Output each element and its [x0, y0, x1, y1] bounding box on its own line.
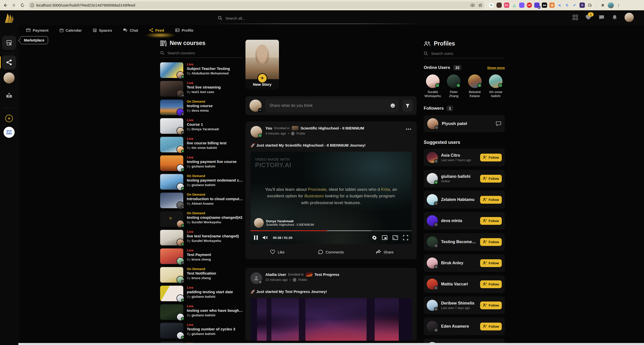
rail-user-avatar[interactable]: [4, 72, 15, 83]
extension-u-icon[interactable]: U: [580, 3, 585, 8]
likes-icon[interactable]: 1: [585, 14, 592, 21]
global-search-input[interactable]: [225, 16, 407, 21]
share-button[interactable]: Share: [358, 250, 412, 254]
notifications-bell-icon[interactable]: [611, 14, 618, 21]
follow-button[interactable]: Follow: [480, 301, 502, 309]
picture-in-picture-icon[interactable]: [382, 235, 387, 240]
courses-search[interactable]: [160, 51, 243, 58]
bookmark-star-icon[interactable]: [478, 3, 482, 7]
course-row[interactable]: Live Course 1 By Donya Yarahmadi: [160, 118, 243, 134]
extension-bird-icon[interactable]: ≼: [557, 3, 562, 8]
site-info-icon[interactable]: [30, 3, 34, 7]
follow-button[interactable]: Follow: [480, 280, 502, 288]
suggested-user-name[interactable]: Testing Become-a...: [441, 240, 477, 244]
show-more-link[interactable]: Show more: [487, 66, 505, 70]
online-user[interactable]: Betselot Kidane: [466, 74, 484, 98]
tab-profile[interactable]: Profile: [175, 27, 194, 33]
course-row[interactable]: Live live test here(name changed) By Sur…: [160, 230, 243, 245]
extension-triangle-icon[interactable]: △: [512, 3, 517, 8]
url-text[interactable]: localhost:3000/user/hub/67f4ed22e14d7689…: [36, 3, 470, 7]
course-row[interactable]: On Demand testing coup(name changed)#2 B…: [160, 211, 243, 227]
course-row[interactable]: On Demand testing course By deva minta: [160, 100, 243, 115]
suggested-user-name[interactable]: Eden Asamere: [441, 324, 469, 329]
browser-profile-avatar[interactable]: [608, 2, 614, 8]
course-row[interactable]: On Demand Introduction to cloud computin…: [160, 193, 243, 208]
follow-button[interactable]: Follow: [480, 196, 502, 204]
online-user[interactable]: tim snow ballshi: [487, 74, 505, 98]
muted-volume-icon[interactable]: [262, 235, 268, 240]
follow-button[interactable]: Follow: [480, 259, 502, 267]
composer-input[interactable]: [269, 103, 388, 108]
post-author-name[interactable]: You: [265, 126, 272, 130]
suggested-user-name[interactable]: Zelalem Habtamu: [441, 197, 474, 202]
user-avatar[interactable]: [624, 13, 634, 22]
tab-spaces[interactable]: Spaces: [92, 27, 113, 33]
marketplace-button[interactable]: [2, 36, 16, 50]
suggested-user-name[interactable]: Deribew Shimelis: [441, 301, 475, 306]
feed-filter-button[interactable]: [403, 100, 413, 111]
course-row[interactable]: Live Subject Teacher Testing By Abdulkar…: [160, 62, 243, 78]
extension-eyes-icon[interactable]: [542, 3, 547, 8]
tab-calendar[interactable]: Calendar: [59, 27, 82, 33]
composer-input-wrap[interactable]: [266, 100, 399, 112]
app-logo[interactable]: [4, 12, 15, 24]
online-user[interactable]: Surafel Workayehu: [424, 74, 442, 98]
add-story-icon[interactable]: +: [257, 73, 267, 83]
reading-list-icon[interactable]: ≣: [600, 3, 605, 8]
profiles-search-input[interactable]: [431, 51, 499, 56]
reload-button[interactable]: [18, 1, 27, 10]
extension-stack-icon[interactable]: 6: [534, 3, 540, 8]
extension-shield-icon[interactable]: [519, 3, 524, 8]
extension-adblock-icon[interactable]: ABP: [527, 3, 532, 8]
chevron-down-icon[interactable]: [258, 108, 262, 112]
apps-grid-icon[interactable]: [572, 14, 579, 21]
suggested-user-name[interactable]: deva minta: [441, 219, 462, 223]
global-search[interactable]: [218, 14, 419, 22]
follow-button[interactable]: Follow: [480, 323, 502, 330]
composer-avatar[interactable]: [249, 100, 262, 112]
tab-chat[interactable]: Chat: [123, 27, 138, 33]
course-row[interactable]: Live live course billing test By tim sno…: [160, 137, 243, 152]
course-row[interactable]: Live Test live streaming By test1 test c…: [160, 81, 243, 97]
courses-search-input[interactable]: [167, 51, 236, 55]
course-row[interactable]: On Demand testing payment ondemand cours…: [160, 174, 243, 190]
feed-rail-button[interactable]: [2, 55, 16, 69]
course-row[interactable]: On Demand Test Notification By bruce zhe…: [160, 267, 243, 283]
extension-grammarly-icon[interactable]: G: [488, 2, 494, 8]
message-icon[interactable]: [496, 121, 501, 126]
post-course-name[interactable]: Test Progress: [314, 272, 339, 277]
extension-check-icon[interactable]: ✔: [572, 3, 577, 8]
post-author-avatar[interactable]: [251, 126, 262, 138]
post-menu-icon[interactable]: •••: [406, 127, 412, 132]
suggested-user-name[interactable]: Mattia Vaccari: [441, 282, 468, 286]
back-button[interactable]: [1, 1, 10, 10]
follow-button[interactable]: Follow: [480, 154, 502, 161]
profiles-search[interactable]: [424, 51, 505, 58]
tab-payment[interactable]: Payment: [26, 27, 49, 33]
extension-tv-icon[interactable]: [496, 3, 502, 8]
post-course-name[interactable]: Scientific Highschool - II BIENNIUM: [301, 126, 364, 130]
course-row[interactable]: Live padding testing start date By giuli…: [160, 286, 243, 301]
post-image[interactable]: [251, 298, 412, 341]
course-row[interactable]: Live Test Payment By bruce zheng: [160, 248, 243, 264]
address-bar[interactable]: localhost:3000/user/hub/67f4ed22e14d7689…: [28, 2, 485, 9]
suggested-user-name[interactable]: Asia Citro: [441, 153, 471, 158]
course-row[interactable]: Live testing user who have bought cyc...…: [160, 304, 243, 320]
new-story-card[interactable]: New Story +: [245, 40, 279, 89]
emoji-icon[interactable]: [390, 103, 395, 108]
settings-gear-icon[interactable]: [372, 235, 377, 240]
follow-button[interactable]: Follow: [480, 217, 502, 225]
video-player[interactable]: VIDEO MADE WITH PICTORY.AI You'll also l…: [251, 152, 412, 244]
post-author-name[interactable]: Aladia User: [265, 272, 286, 277]
follow-button[interactable]: Follow: [480, 175, 502, 183]
reading-mode-icon[interactable]: [470, 4, 475, 7]
post-author-avatar-placeholder[interactable]: [251, 272, 262, 284]
messages-icon[interactable]: [598, 14, 605, 21]
forward-button[interactable]: [10, 1, 18, 10]
follower-row[interactable]: Piyush patel: [424, 115, 505, 132]
theater-mode-icon[interactable]: [392, 235, 398, 240]
follow-button[interactable]: Follow: [480, 238, 502, 246]
extension-translate-icon[interactable]: 文A: [504, 3, 509, 8]
pause-button[interactable]: [254, 235, 258, 240]
course-row[interactable]: Live testing payment live course By giul…: [160, 155, 243, 171]
